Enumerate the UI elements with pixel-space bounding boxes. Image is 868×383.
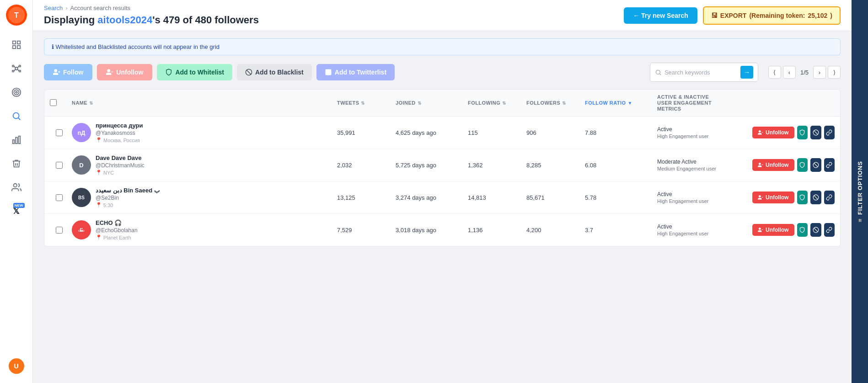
pagination-info: 1/5: [798, 69, 811, 76]
user-handle-2: @DChristmanMusic: [96, 162, 145, 169]
following-sort-icon[interactable]: ⇅: [502, 101, 506, 106]
blacklist-row-3-button[interactable]: [810, 191, 821, 204]
th-active-inactive: ACTIVE & INACTIVE User Engagement Metric…: [657, 94, 749, 112]
svg-line-12: [14, 66, 16, 69]
breadcrumb-search[interactable]: Search: [44, 5, 63, 11]
results-table: NAME ⇅ TWEETS ⇅ JOINED ⇅ FOLLOWING ⇅ FOL…: [44, 89, 841, 247]
try-new-search-button[interactable]: ← Try new Search: [624, 7, 697, 24]
tweets-sort-icon[interactable]: ⇅: [361, 101, 364, 106]
unfollow-row-4-button[interactable]: Unfollow: [752, 224, 794, 236]
pagination-total: 5: [805, 69, 809, 76]
follow-ratio-sort-icon[interactable]: ▼: [627, 101, 632, 106]
whitelist-row-4-button[interactable]: [797, 223, 808, 237]
avatar[interactable]: U: [9, 358, 24, 374]
export-icon: 🖫: [711, 12, 718, 19]
th-followers: FOLLOWERS ⇅: [526, 100, 581, 106]
action-toolbar: Follow Unfollow Add to Whitelist Add to …: [44, 63, 841, 82]
add-to-twitterlist-button[interactable]: Add to Twitterlist: [316, 64, 395, 80]
user-name-2: Dave Dave Dave: [96, 154, 145, 161]
user-name-3: دبن سعيدد Bin Saeed ب: [96, 187, 160, 194]
following-1: 115: [468, 129, 523, 136]
th-joined: JOINED ⇅: [396, 100, 464, 106]
sidebar-item-users[interactable]: [6, 177, 27, 197]
whitelist-label: Add to Whitelist: [175, 69, 224, 76]
page-title-suffix: 's 479 of 480 followers: [152, 14, 259, 26]
svg-point-9: [19, 65, 21, 67]
row-2-checkbox[interactable]: [56, 162, 63, 169]
unfollow-row-2-button[interactable]: Unfollow: [752, 159, 794, 171]
sidebar-item-dashboard[interactable]: [6, 35, 27, 55]
joined-sort-icon[interactable]: ⇅: [418, 101, 421, 106]
avatar-3: BS: [72, 188, 91, 207]
engagement-label-3: High Engagement user: [657, 198, 749, 204]
svg-point-17: [14, 90, 19, 95]
tweets-3: 13,125: [337, 194, 392, 201]
pagination-last-button[interactable]: ⟩: [828, 66, 841, 79]
pagination-prev-button[interactable]: ‹: [783, 66, 796, 79]
unfollow-row-3-button[interactable]: Unfollow: [752, 192, 794, 203]
export-button[interactable]: 🖫 EXPORT (Remaining token: 25,102): [703, 6, 841, 25]
pagination: ⟨ ‹ 1/5 › ⟩: [768, 66, 841, 79]
filter-options-panel[interactable]: ≡ FILTER OPTIONS: [852, 0, 868, 383]
user-handle-4: @EchoGbolahan: [96, 227, 138, 234]
joined-4: 3,018 days ago: [396, 227, 464, 234]
row-4-checkbox[interactable]: [56, 227, 63, 234]
name-sort-icon[interactable]: ⇅: [89, 101, 93, 106]
link-row-3-button[interactable]: [824, 191, 835, 204]
sidebar-item-trash[interactable]: [6, 154, 27, 174]
table-row: пД принцесса дури @Yanakosmoss 📍 Москва,…: [44, 117, 840, 149]
search-go-button[interactable]: →: [740, 66, 753, 79]
row-1-checkbox[interactable]: [56, 129, 63, 136]
sidebar-item-target[interactable]: [6, 82, 27, 102]
sidebar-item-network[interactable]: [6, 59, 27, 79]
add-to-blacklist-button[interactable]: Add to Blacklist: [237, 64, 312, 80]
filter-options-label: ≡ FILTER OPTIONS: [857, 161, 863, 222]
engagement-1: Active High Engagement user: [657, 126, 749, 139]
row-3-checkbox[interactable]: [56, 194, 63, 201]
followers-sort-icon[interactable]: ⇅: [562, 101, 566, 106]
main-content: Search › Account search results Displayi…: [33, 0, 852, 383]
actions-1: Unfollow: [752, 126, 835, 139]
pagination-next-button[interactable]: ›: [813, 66, 826, 79]
whitelist-row-1-button[interactable]: [797, 126, 808, 139]
unfollow-button[interactable]: Unfollow: [97, 64, 152, 80]
export-token: 25,102: [808, 12, 828, 19]
svg-rect-22: [16, 138, 17, 144]
unfollow-row-1-button[interactable]: Unfollow: [752, 127, 794, 138]
pagination-first-button[interactable]: ⟨: [768, 66, 781, 79]
keyword-search-box: →: [650, 63, 758, 82]
sidebar-item-twitter[interactable]: 𝕏 NEW: [6, 201, 27, 221]
link-row-4-button[interactable]: [824, 223, 835, 237]
whitelist-row-2-button[interactable]: [797, 158, 808, 172]
svg-line-13: [17, 66, 19, 69]
blacklist-row-1-button[interactable]: [810, 126, 821, 139]
link-row-2-button[interactable]: [824, 158, 835, 172]
svg-rect-5: [12, 46, 15, 48]
export-label: EXPORT: [720, 12, 747, 19]
blacklist-row-2-button[interactable]: [810, 158, 821, 172]
select-all-checkbox[interactable]: [50, 99, 57, 106]
link-row-1-button[interactable]: [824, 126, 835, 139]
avatar-2: D: [72, 155, 91, 175]
svg-rect-21: [12, 140, 14, 144]
page-title: Displaying aitools2024's 479 of 480 foll…: [44, 14, 259, 26]
tweets-4: 7,529: [337, 227, 392, 234]
th-tweets: TWEETS ⇅: [337, 100, 392, 106]
avatar-1: пД: [72, 123, 91, 142]
sidebar: T 𝕏 NEW U: [0, 0, 33, 383]
user-location-3: 📍 5:30: [96, 202, 160, 208]
sidebar-item-search[interactable]: [6, 106, 27, 126]
search-keywords-input[interactable]: [664, 69, 738, 76]
whitelist-row-3-button[interactable]: [797, 191, 808, 204]
svg-text:CHO: CHO: [78, 229, 85, 232]
row-checkbox-3: [50, 194, 68, 201]
sidebar-logo[interactable]: T: [6, 5, 27, 26]
blacklist-row-4-button[interactable]: [810, 223, 821, 237]
tweets-1: 35,991: [337, 129, 392, 136]
follow-button[interactable]: Follow: [44, 64, 92, 80]
engagement-status-2: Moderate Active: [657, 159, 749, 165]
user-handle-3: @Se2Bin: [96, 195, 160, 201]
svg-point-18: [16, 91, 17, 93]
add-to-whitelist-button[interactable]: Add to Whitelist: [157, 64, 232, 80]
sidebar-item-chart[interactable]: [6, 130, 27, 150]
